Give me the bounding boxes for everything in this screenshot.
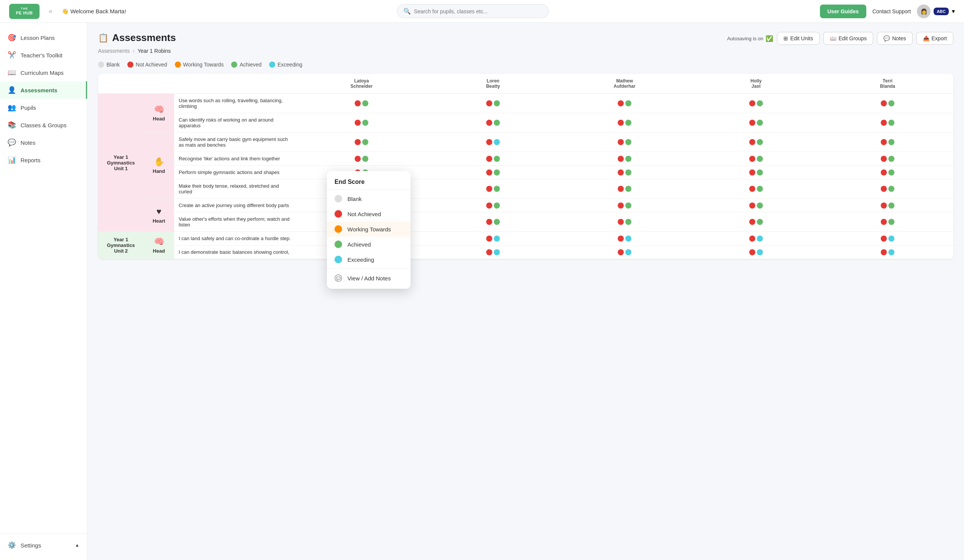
score-pair[interactable] (300, 120, 423, 126)
end-score-dot[interactable] (888, 249, 894, 255)
search-input[interactable] (414, 8, 542, 15)
score-cell[interactable] (559, 113, 690, 133)
edit-groups-button[interactable]: 📖 Edit Groups (823, 32, 873, 45)
score-pair[interactable] (563, 186, 687, 192)
end-score-dot[interactable] (494, 219, 500, 225)
end-score-dot[interactable] (362, 156, 368, 162)
start-score-dot[interactable] (355, 120, 361, 126)
start-score-dot[interactable] (881, 156, 887, 162)
end-score-dot[interactable] (757, 120, 763, 126)
dropdown-item-achieved[interactable]: Achieved (327, 237, 410, 252)
start-score-dot[interactable] (749, 203, 755, 209)
start-score-dot[interactable] (881, 186, 887, 192)
score-cell[interactable] (690, 113, 822, 133)
end-score-dot[interactable] (625, 203, 632, 209)
end-score-dot[interactable] (625, 120, 632, 126)
start-score-dot[interactable] (355, 139, 361, 145)
end-score-dot[interactable] (494, 120, 500, 126)
start-score-dot[interactable] (486, 120, 492, 126)
score-pair[interactable] (431, 219, 555, 225)
score-cell[interactable] (427, 232, 559, 245)
sidebar-item-settings[interactable]: ⚙️ Settings ▲ (0, 536, 87, 554)
end-score-dot[interactable] (625, 186, 632, 192)
end-score-dot[interactable] (757, 169, 763, 175)
end-score-dot[interactable] (362, 120, 368, 126)
score-cell[interactable] (690, 166, 822, 179)
start-score-dot[interactable] (486, 219, 492, 225)
score-pair[interactable] (694, 139, 818, 145)
start-score-dot[interactable] (486, 249, 492, 255)
end-score-dot[interactable] (888, 203, 894, 209)
start-score-dot[interactable] (881, 249, 887, 255)
end-score-dot[interactable] (757, 235, 763, 242)
sidebar-item-notes[interactable]: 💬 Notes (0, 134, 87, 151)
start-score-dot[interactable] (749, 156, 755, 162)
start-score-dot[interactable] (355, 100, 361, 106)
end-score-dot[interactable] (494, 203, 500, 209)
edit-units-button[interactable]: ⊞ Edit Units (777, 32, 819, 45)
score-pair[interactable] (694, 219, 818, 225)
score-cell[interactable] (822, 133, 953, 152)
end-score-dot[interactable] (888, 156, 894, 162)
score-pair[interactable] (694, 235, 818, 242)
start-score-dot[interactable] (618, 156, 624, 162)
score-cell[interactable] (427, 152, 559, 166)
score-pair[interactable] (431, 156, 555, 162)
sidebar-item-reports[interactable]: 📊 Reports (0, 151, 87, 169)
start-score-dot[interactable] (881, 139, 887, 145)
end-score-dot[interactable] (625, 139, 632, 145)
score-pair[interactable] (826, 156, 949, 162)
end-score-dot[interactable] (888, 139, 894, 145)
start-score-dot[interactable] (881, 203, 887, 209)
end-score-dot[interactable] (494, 249, 500, 255)
sidebar-item-curriculum-maps[interactable]: 📖 Curriculum Maps (0, 64, 87, 81)
score-cell[interactable] (822, 166, 953, 179)
start-score-dot[interactable] (486, 169, 492, 175)
start-score-dot[interactable] (618, 100, 624, 106)
start-score-dot[interactable] (618, 186, 624, 192)
start-score-dot[interactable] (881, 219, 887, 225)
score-cell[interactable] (296, 152, 427, 166)
end-score-dot[interactable] (757, 156, 763, 162)
score-pair[interactable] (563, 249, 687, 255)
score-pair[interactable] (563, 203, 687, 209)
score-cell[interactable] (296, 133, 427, 152)
score-cell[interactable] (822, 179, 953, 199)
contact-support-link[interactable]: Contact Support (873, 8, 911, 15)
score-pair[interactable] (431, 100, 555, 106)
score-pair[interactable] (431, 120, 555, 126)
score-pair[interactable] (694, 203, 818, 209)
start-score-dot[interactable] (749, 235, 755, 242)
start-score-dot[interactable] (881, 235, 887, 242)
breadcrumb-parent[interactable]: Assessments (98, 48, 130, 54)
score-cell[interactable] (296, 94, 427, 113)
dropdown-item-working-towards[interactable]: Working Towards (327, 221, 410, 237)
end-score-dot[interactable] (757, 186, 763, 192)
start-score-dot[interactable] (749, 186, 755, 192)
score-pair[interactable] (826, 169, 949, 175)
score-cell[interactable] (690, 133, 822, 152)
user-menu[interactable]: 👩 ABC ▾ (917, 5, 955, 18)
end-score-dot[interactable] (757, 100, 763, 106)
score-cell[interactable] (559, 94, 690, 113)
score-pair[interactable] (826, 100, 949, 106)
sidebar-item-classes-groups[interactable]: 📚 Classes & Groups (0, 116, 87, 134)
score-pair[interactable] (431, 139, 555, 145)
start-score-dot[interactable] (618, 169, 624, 175)
score-cell[interactable] (559, 152, 690, 166)
start-score-dot[interactable] (749, 139, 755, 145)
export-button[interactable]: 📤 Export (917, 32, 953, 45)
start-score-dot[interactable] (355, 156, 361, 162)
score-pair[interactable] (431, 249, 555, 255)
score-cell[interactable] (690, 199, 822, 213)
score-pair[interactable] (563, 235, 687, 242)
score-cell[interactable] (427, 245, 559, 259)
score-cell[interactable] (822, 113, 953, 133)
start-score-dot[interactable] (486, 100, 492, 106)
score-pair[interactable] (563, 120, 687, 126)
end-score-dot[interactable] (494, 169, 500, 175)
score-cell[interactable] (822, 199, 953, 213)
score-cell[interactable] (822, 245, 953, 259)
score-pair[interactable] (431, 203, 555, 209)
start-score-dot[interactable] (618, 120, 624, 126)
